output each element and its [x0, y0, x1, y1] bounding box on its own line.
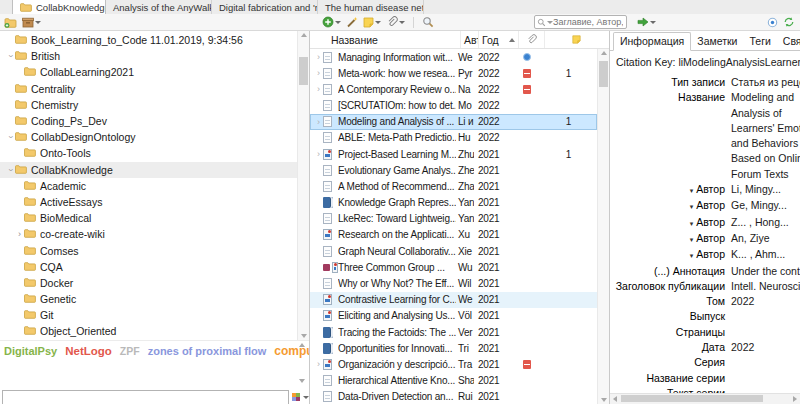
tab-reader[interactable]: Analysis of the AnyWalker S...×: [106, 0, 212, 14]
details-tab-теги[interactable]: Теги: [743, 33, 776, 50]
column-year[interactable]: Год: [478, 31, 518, 48]
item-row[interactable]: A Method of Recommend...Zha2021: [310, 178, 597, 194]
creator-type-caret-icon[interactable]: ▾: [690, 220, 694, 227]
collection-row[interactable]: ›CollabDesignOntology: [0, 129, 297, 145]
field-value[interactable]: Ge, Mingy...: [731, 198, 800, 213]
tag-filter-input[interactable]: [2, 390, 289, 404]
new-library-button[interactable]: [22, 17, 41, 28]
item-row[interactable]: LkeRec: Toward Lightweig...Yan2021: [310, 211, 597, 227]
tags-scroll-down-icon[interactable]: [299, 379, 305, 383]
new-collection-button[interactable]: [4, 17, 17, 28]
collection-row[interactable]: ›British: [0, 48, 297, 64]
twisty-icon[interactable]: ›: [6, 133, 16, 142]
new-attachment-button[interactable]: [386, 16, 405, 28]
locate-button[interactable]: [637, 17, 656, 27]
column-title[interactable]: Название: [310, 31, 460, 48]
item-row[interactable]: Why or Why Not? The Eff...Wil2021: [310, 275, 597, 291]
quick-search-box[interactable]: [534, 15, 627, 29]
item-row[interactable]: ›Modeling and Analysis of ...Li и20221: [310, 114, 597, 130]
collection-row[interactable]: CQA: [0, 259, 297, 275]
tab-reader[interactable]: The human disease network...×: [318, 0, 424, 14]
tab-collection[interactable]: CollabKnowledge: [12, 0, 106, 14]
item-row[interactable]: Hierarchical Attentive Kno...Sha2021: [310, 372, 597, 388]
collection-row[interactable]: Docker: [0, 275, 297, 291]
scrollbar-thumb[interactable]: [599, 61, 608, 87]
tag-item[interactable]: ZPF: [120, 345, 140, 357]
scrollbar-thumb[interactable]: [621, 395, 763, 402]
sync-button[interactable]: [783, 16, 795, 28]
twisty-icon[interactable]: ›: [314, 52, 323, 62]
field-value[interactable]: Intell. Neuroscience: [731, 279, 800, 294]
item-row[interactable]: Opportunities for Innovati...Tri2021: [310, 340, 597, 356]
collection-row[interactable]: Object_Oriented: [0, 323, 297, 339]
new-note-button[interactable]: [363, 17, 381, 28]
column-attachments[interactable]: [518, 31, 544, 48]
field-value[interactable]: Li, Mingy...: [731, 182, 800, 197]
collection-row[interactable]: Academic: [0, 178, 297, 194]
twisty-icon[interactable]: ›: [314, 149, 323, 159]
item-row[interactable]: ›Managing Information wit...We2022: [310, 49, 597, 65]
item-row[interactable]: ›Project-Based Learning M...Zhu20211: [310, 146, 597, 162]
collection-row[interactable]: ActiveEssays: [0, 194, 297, 210]
collection-row[interactable]: Git: [0, 307, 297, 323]
collection-row[interactable]: CollabLearning2021: [0, 64, 297, 80]
item-row[interactable]: Graph Neural Collaborativ...Xie2021: [310, 243, 597, 259]
scroll-left-icon[interactable]: [613, 396, 617, 402]
search-input[interactable]: [553, 17, 623, 27]
add-by-identifier-button[interactable]: [346, 16, 358, 28]
item-row[interactable]: Eliciting and Analysing Us...Völ2021: [310, 308, 597, 324]
creator-type-caret-icon[interactable]: ▾: [690, 187, 694, 194]
twisty-icon[interactable]: ›: [15, 229, 24, 239]
item-row[interactable]: Data-Driven Detection an...Rui2021: [310, 389, 597, 404]
item-row[interactable]: Three Common Group ...Wu2021: [310, 259, 597, 275]
items-scrollbar[interactable]: [597, 49, 609, 404]
collection-row[interactable]: ›CollabKnowledge: [0, 162, 297, 178]
collection-row[interactable]: ›co-create-wiki: [0, 226, 297, 242]
scrollbar-thumb[interactable]: [299, 57, 308, 85]
item-row[interactable]: [SCRUTATIOm: how to det...Mo2022: [310, 98, 597, 114]
collection-row[interactable]: Comses: [0, 242, 297, 258]
new-note-caret[interactable]: [375, 21, 381, 24]
collections-scrollbar[interactable]: [297, 31, 309, 340]
collection-row[interactable]: Onto-Tools: [0, 145, 297, 161]
collection-row[interactable]: Book_Learning_to_Code 11.01.2019, 9:34:5…: [0, 32, 297, 48]
locate-caret[interactable]: [650, 21, 656, 24]
tag-item[interactable]: zones of proximal flow: [148, 345, 267, 357]
new-library-caret[interactable]: [35, 21, 41, 24]
field-value[interactable]: 2022: [731, 340, 800, 355]
tag-menu-caret[interactable]: [303, 396, 309, 399]
new-attachment-caret[interactable]: [399, 21, 405, 24]
creator-type-caret-icon[interactable]: ▾: [690, 252, 694, 259]
item-row[interactable]: Tracing the Factoids: The ...Ver2021: [310, 324, 597, 340]
column-notes[interactable]: [544, 31, 607, 48]
item-row[interactable]: Evolutionary Game Analys...Zhe2021: [310, 162, 597, 178]
tag-item[interactable]: NetLogo: [65, 345, 112, 357]
scroll-up-icon[interactable]: [601, 51, 607, 55]
twisty-icon[interactable]: ›: [314, 68, 323, 78]
advanced-search-button[interactable]: [422, 16, 434, 28]
collection-row[interactable]: Genetic: [0, 291, 297, 307]
scroll-right-icon[interactable]: [793, 396, 797, 402]
scroll-down-icon[interactable]: [301, 334, 307, 338]
new-item-caret[interactable]: [335, 21, 341, 24]
tags-scroll-up-icon[interactable]: [299, 343, 305, 347]
tag-color-menu-button[interactable]: [292, 393, 309, 401]
collection-row[interactable]: Centrality: [0, 81, 297, 97]
field-value[interactable]: Статья из рецензируемого журнала: [731, 75, 800, 90]
collection-row[interactable]: BioMedical: [0, 210, 297, 226]
item-row[interactable]: Research on the Applicati...Xu2021: [310, 227, 597, 243]
twisty-icon[interactable]: ›: [314, 117, 323, 127]
details-tab-заметки[interactable]: Заметки: [691, 33, 743, 50]
details-tab-связанные[interactable]: Связанные: [777, 33, 800, 50]
column-author[interactable]: Автор: [460, 31, 478, 48]
collection-row[interactable]: Chemistry: [0, 97, 297, 113]
details-tab-информация[interactable]: Информация: [613, 32, 691, 51]
twisty-icon[interactable]: ›: [314, 84, 323, 94]
field-value[interactable]: Z... , Hong...: [731, 215, 800, 230]
item-row[interactable]: ›A Contemporary Review o...Na2022: [310, 81, 597, 97]
creator-type-caret-icon[interactable]: ▾: [690, 203, 694, 210]
field-value[interactable]: 2022: [731, 294, 800, 309]
twisty-icon[interactable]: ›: [6, 52, 16, 61]
item-row[interactable]: Contrastive Learning for C...We2021: [310, 292, 597, 308]
details-horizontal-scrollbar[interactable]: [610, 393, 800, 404]
